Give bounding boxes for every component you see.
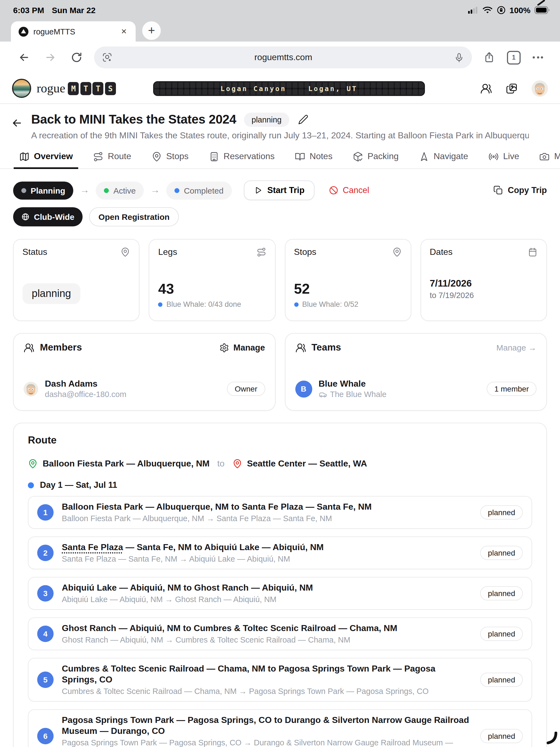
route-section: Route Balloon Fiesta Park — Albuquerque,… bbox=[13, 423, 547, 747]
route-icon bbox=[93, 151, 103, 162]
tab-overview[interactable]: Overview bbox=[14, 146, 78, 169]
team-avatar: B bbox=[295, 380, 312, 397]
leg-card[interactable]: 4 Ghost Ranch — Abiquiú, NM to Cumbres &… bbox=[28, 617, 532, 650]
edit-icon[interactable] bbox=[298, 114, 308, 125]
tab-navigate[interactable]: Navigate bbox=[413, 146, 474, 169]
back-icon[interactable] bbox=[18, 51, 30, 63]
planning-dot bbox=[21, 188, 26, 193]
leg-card[interactable]: 5 Cumbres & Toltec Scenic Railroad — Cha… bbox=[28, 658, 532, 702]
completed-dot bbox=[175, 188, 179, 193]
leg-path: Pagosa Springs Town Park — Pagosa Spring… bbox=[62, 738, 472, 747]
leg-card[interactable]: 1 Balloon Fiesta Park — Albuquerque, NM … bbox=[28, 496, 532, 529]
reload-icon[interactable] bbox=[71, 51, 82, 63]
day-1-legs: 1 Balloon Fiesta Park — Albuquerque, NM … bbox=[28, 496, 532, 747]
book-open-icon bbox=[295, 151, 305, 162]
manage-teams-link[interactable]: Manage → bbox=[496, 343, 536, 352]
date-start: 7/11/2026 bbox=[430, 278, 538, 289]
leg-title: Cumbres & Toltec Scenic Railroad — Chama… bbox=[62, 664, 435, 684]
browser-menu-icon[interactable] bbox=[533, 56, 543, 58]
people-panels: Members Manage bbox=[13, 333, 547, 411]
user-avatar[interactable] bbox=[532, 80, 548, 97]
tab-packing[interactable]: Packing bbox=[347, 146, 404, 169]
stops-card: Stops 52 Blue Whale: 0/52 bbox=[285, 239, 411, 321]
status-card: Status planning bbox=[13, 239, 140, 321]
site-header: rogue M T T S Logan Canyon Logan, UT bbox=[0, 73, 560, 104]
gear-icon bbox=[219, 343, 229, 353]
route-to-label: to bbox=[217, 459, 225, 469]
battery-percent: 100% bbox=[509, 5, 531, 15]
leg-title-link[interactable]: Santa Fe Plaza bbox=[62, 542, 123, 552]
brand-tile: S bbox=[105, 82, 116, 95]
tab-notes[interactable]: Notes bbox=[289, 146, 338, 169]
active-dot bbox=[104, 188, 109, 193]
legs-progress: Blue Whale: 0/43 done bbox=[167, 300, 241, 308]
card-title: Status bbox=[22, 247, 47, 257]
tab-label: Stops bbox=[166, 152, 189, 161]
panel-title: Members bbox=[40, 342, 82, 353]
tab-route[interactable]: Route bbox=[87, 146, 136, 169]
users-icon bbox=[24, 342, 34, 353]
car-icon bbox=[319, 390, 327, 398]
start-trip-label: Start Trip bbox=[268, 185, 305, 195]
stops-count: 52 bbox=[294, 282, 402, 296]
date: Sun Mar 22 bbox=[52, 5, 96, 15]
tab-close-icon[interactable]: ✕ bbox=[119, 26, 129, 36]
leg-title: — Santa Fe, NM to Abiquiú Lake — Abiquiú… bbox=[123, 542, 324, 552]
users-icon bbox=[295, 342, 306, 353]
new-tab-button[interactable]: + bbox=[142, 21, 161, 40]
member-row[interactable]: Dash Adams dasha@office-180.com Owner bbox=[24, 379, 265, 398]
cancel-trip-button[interactable]: Cancel bbox=[329, 185, 370, 195]
route-endpoints: Balloon Fiesta Park — Albuquerque, NM to… bbox=[28, 459, 532, 469]
workflow-arrow: → bbox=[150, 185, 160, 196]
url-bar[interactable]: roguemtts.com bbox=[94, 47, 472, 68]
leg-card[interactable]: 3 Abiquiú Lake — Abiquiú, NM to Ghost Ra… bbox=[28, 577, 532, 610]
forward-icon[interactable] bbox=[44, 51, 56, 63]
camera-icon bbox=[539, 151, 550, 162]
open-registration-badge[interactable]: Open Registration bbox=[89, 207, 179, 226]
share-icon[interactable] bbox=[483, 51, 495, 63]
site-logo[interactable] bbox=[12, 79, 31, 98]
browser-tab-strip: rogueMTTS ✕ + bbox=[0, 20, 560, 42]
team-vehicle: The Blue Whale bbox=[330, 390, 386, 398]
brand-tile: T bbox=[93, 82, 104, 95]
members-header-icon[interactable] bbox=[480, 82, 492, 94]
workflow-step-active[interactable]: Active bbox=[96, 181, 144, 199]
page-back-icon[interactable] bbox=[11, 117, 23, 129]
mic-icon[interactable] bbox=[454, 52, 464, 62]
split-flap-marquee: Logan Canyon Logan, UT bbox=[153, 81, 425, 96]
media-header-icon[interactable] bbox=[506, 82, 518, 94]
leg-path: Abiquiú Lake — Abiquiú, NM → Ghost Ranch… bbox=[62, 594, 472, 604]
trip-title-block: Back to MINI Takes the States 2024 plann… bbox=[0, 104, 560, 146]
destination-pin-icon bbox=[232, 459, 242, 469]
club-wide-badge[interactable]: Club-Wide bbox=[13, 207, 82, 226]
workflow-step-label: Completed bbox=[184, 186, 223, 195]
member-role-badge: Owner bbox=[227, 382, 265, 396]
workflow-step-completed[interactable]: Completed bbox=[166, 181, 232, 199]
manage-members-button[interactable]: Manage bbox=[219, 343, 265, 353]
brand-text[interactable]: rogue bbox=[36, 81, 65, 96]
copy-trip-button[interactable]: Copy Trip bbox=[493, 185, 547, 195]
workflow-step-planning[interactable]: Planning bbox=[13, 181, 74, 199]
leg-status-badge: planned bbox=[480, 505, 523, 519]
tab-stops[interactable]: Stops bbox=[146, 146, 194, 169]
start-trip-button[interactable]: Start Trip bbox=[244, 180, 314, 200]
leg-card[interactable]: 2 Santa Fe Plaza — Santa Fe, NM to Abiqu… bbox=[28, 537, 532, 569]
url-text[interactable]: roguemtts.com bbox=[113, 52, 454, 62]
leg-status-badge: planned bbox=[480, 729, 523, 743]
workflow-arrow: → bbox=[80, 185, 90, 196]
tab-live[interactable]: Live bbox=[483, 146, 525, 169]
leg-card[interactable]: 6 Pagosa Springs Town Park — Pagosa Spri… bbox=[28, 709, 532, 747]
lens-icon[interactable] bbox=[102, 52, 113, 63]
tab-reservations[interactable]: Reservations bbox=[203, 146, 280, 169]
origin-pin-icon bbox=[28, 459, 38, 469]
tab-switcher-button[interactable]: 1 bbox=[507, 51, 520, 64]
tab-media[interactable]: Media bbox=[534, 146, 560, 169]
browser-tab[interactable]: rogueMTTS ✕ bbox=[11, 21, 136, 42]
team-row[interactable]: B Blue Whale The Blue Whale 1 member bbox=[295, 379, 536, 398]
leg-title: Pagosa Springs Town Park — Pagosa Spring… bbox=[62, 715, 469, 736]
team-member-count-badge: 1 member bbox=[487, 382, 536, 396]
manage-label: Manage bbox=[233, 343, 265, 353]
stops-progress: Blue Whale: 0/52 bbox=[302, 300, 358, 308]
workflow-step-label: Active bbox=[113, 186, 136, 195]
clock: 6:03 PM bbox=[13, 5, 44, 15]
